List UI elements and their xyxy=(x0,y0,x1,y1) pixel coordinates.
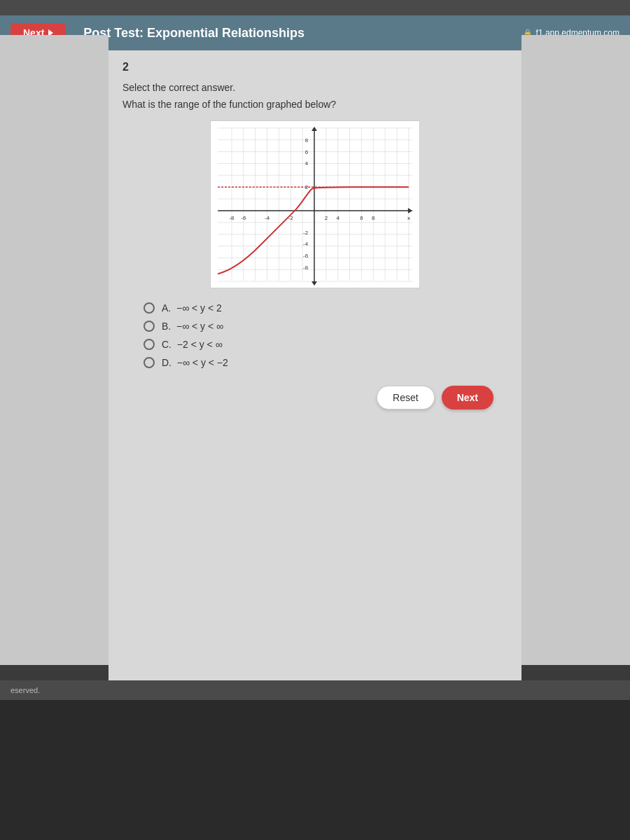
action-buttons: Reset Next xyxy=(122,386,493,410)
svg-text:-8: -8 xyxy=(229,215,234,221)
sidebar-right xyxy=(522,35,630,665)
option-c[interactable]: C. −2 < y < ∞ xyxy=(144,339,507,350)
graph-svg: -8 -6 -4 -2 2 4 6 8 x 8 6 4 2 -2 -4 -6 -… xyxy=(211,121,419,288)
footer-text: eserved. xyxy=(10,686,40,694)
dark-bottom-area xyxy=(0,700,630,840)
svg-text:-8: -8 xyxy=(303,265,309,271)
graph-container: -8 -6 -4 -2 2 4 6 8 x 8 6 4 2 -2 -4 -6 -… xyxy=(122,120,507,288)
option-a[interactable]: A. −∞ < y < 2 xyxy=(144,302,507,314)
option-a-label: A. −∞ < y < 2 xyxy=(162,302,222,314)
svg-text:x: x xyxy=(407,215,410,221)
answer-options: A. −∞ < y < 2 B. −∞ < y < ∞ C. −2 < y < … xyxy=(144,302,507,368)
browser-top-bar xyxy=(0,0,630,15)
reset-button[interactable]: Reset xyxy=(377,386,435,410)
question-text: What is the range of the function graphe… xyxy=(122,99,507,110)
svg-text:-6: -6 xyxy=(241,215,246,221)
svg-text:4: 4 xyxy=(305,160,309,167)
radio-a[interactable] xyxy=(144,302,155,314)
radio-d[interactable] xyxy=(144,357,155,368)
svg-text:6: 6 xyxy=(305,149,309,155)
next-button-main[interactable]: Next xyxy=(442,386,493,410)
svg-text:2: 2 xyxy=(325,215,328,221)
option-c-label: C. −2 < y < ∞ xyxy=(162,339,223,350)
svg-text:6: 6 xyxy=(360,215,363,221)
instruction-text: Select the correct answer. xyxy=(122,82,507,93)
svg-text:-6: -6 xyxy=(303,253,309,259)
svg-marker-34 xyxy=(312,281,317,286)
footer-bar: eserved. xyxy=(0,680,630,700)
svg-text:-4: -4 xyxy=(265,215,270,221)
svg-marker-33 xyxy=(312,127,317,131)
radio-b[interactable] xyxy=(144,321,155,332)
option-d-label: D. −∞ < y < −2 xyxy=(162,357,228,368)
option-d[interactable]: D. −∞ < y < −2 xyxy=(144,357,507,368)
graph-area: -8 -6 -4 -2 2 4 6 8 x 8 6 4 2 -2 -4 -6 -… xyxy=(210,120,420,288)
sidebar-left xyxy=(0,35,108,665)
svg-text:4: 4 xyxy=(337,215,340,221)
svg-marker-32 xyxy=(408,208,412,214)
page-title: Post Test: Exponential Relationships xyxy=(83,26,304,41)
svg-text:-2: -2 xyxy=(303,230,308,236)
option-b-label: B. −∞ < y < ∞ xyxy=(162,321,223,332)
svg-text:-4: -4 xyxy=(303,241,309,248)
svg-text:8: 8 xyxy=(372,215,375,221)
radio-c[interactable] xyxy=(144,339,155,350)
option-b[interactable]: B. −∞ < y < ∞ xyxy=(144,321,507,332)
main-content: 2 Select the correct answer. What is the… xyxy=(108,50,522,680)
svg-text:8: 8 xyxy=(305,137,309,144)
question-number: 2 xyxy=(122,61,507,74)
